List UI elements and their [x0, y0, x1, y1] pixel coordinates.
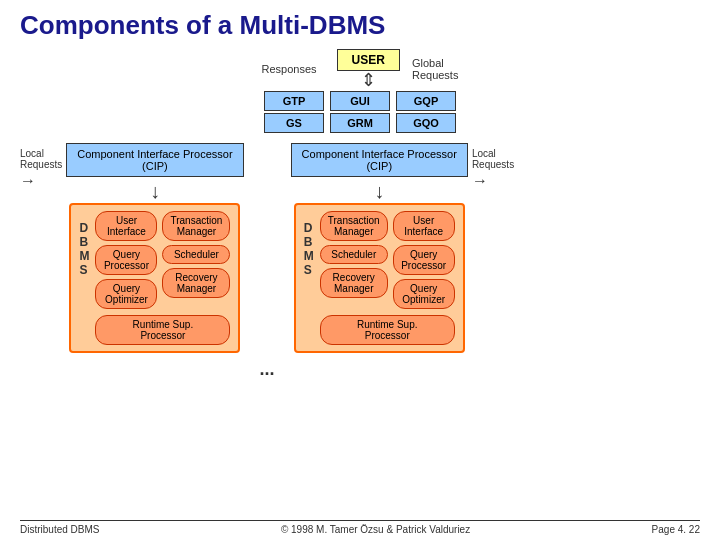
bottom-bar: Distributed DBMS © 1998 M. Tamer Özsu & … [20, 520, 700, 535]
left-dbms-block: DBMS UserInterface QueryProcessor QueryO… [69, 203, 240, 353]
page: Components of a Multi-DBMS Responses USE… [0, 0, 720, 540]
right-scheduler: Scheduler [320, 245, 388, 264]
user-box: USER [337, 49, 400, 71]
left-query-optimizer: QueryOptimizer [95, 279, 157, 309]
arrow-updown: ⇕ [361, 71, 376, 89]
left-runtime: Runtime Sup.Processor [95, 315, 230, 345]
right-dbms-label: DBMS [304, 221, 314, 277]
right-runtime: Runtime Sup.Processor [320, 315, 455, 345]
left-query-processor: QueryProcessor [95, 245, 157, 275]
global-requests-label: Global [412, 57, 444, 69]
right-cip-container: Component Interface Processor (CIP) ↓ DB… [291, 143, 468, 353]
left-transaction-manager: TransactionManager [162, 211, 230, 241]
right-col2: UserInterface QueryProcessor QueryOptimi… [393, 211, 455, 313]
left-scheduler: Scheduler [162, 245, 230, 264]
left-side: Local Requests → Component Interface Pro… [20, 143, 244, 353]
right-arrow: → [472, 172, 488, 190]
right-cip-box: Component Interface Processor (CIP) [291, 143, 468, 177]
left-col1: UserInterface QueryProcessor QueryOptimi… [95, 211, 157, 313]
left-dbms-label: DBMS [79, 221, 89, 277]
right-dbms-block: DBMS TransactionManager Scheduler Recove… [294, 203, 465, 353]
local-requests-left: Local [20, 148, 44, 159]
bottom-center: © 1998 M. Tamer Özsu & Patrick Valduriez [281, 524, 470, 535]
responses-row: Responses USER ⇕ Global Requests [20, 49, 700, 89]
right-side: Component Interface Processor (CIP) ↓ DB… [291, 143, 515, 353]
right-query-processor: QueryProcessor [393, 245, 455, 275]
grm-box: GRM [330, 113, 390, 133]
global-requests-label2: Requests [412, 69, 458, 81]
right-dbms-columns: TransactionManager Scheduler RecoveryMan… [320, 211, 455, 313]
left-arrow: → [20, 172, 36, 190]
right-user-interface: UserInterface [393, 211, 455, 241]
right-cip-arrow: ↓ [374, 181, 384, 201]
bottom-right: Page 4. 22 [652, 524, 700, 535]
ellipsis: ... [260, 359, 275, 380]
left-dbms-columns: UserInterface QueryProcessor QueryOptimi… [95, 211, 230, 313]
left-col2: TransactionManager Scheduler RecoveryMan… [162, 211, 230, 313]
gs-box: GS [264, 113, 324, 133]
left-user-interface: UserInterface [95, 211, 157, 241]
left-cip-container: Component Interface Processor (CIP) ↓ DB… [66, 143, 243, 353]
gqp-box: GQP [396, 91, 456, 111]
gtp-box: GTP [264, 91, 324, 111]
bottom-left: Distributed DBMS [20, 524, 99, 535]
top-section: Responses USER ⇕ Global Requests GTP GUI… [20, 49, 700, 135]
main-area: Local Requests → Component Interface Pro… [20, 143, 700, 516]
left-cip-arrow: ↓ [150, 181, 160, 201]
right-query-optimizer: QueryOptimizer [393, 279, 455, 309]
page-title: Components of a Multi-DBMS [20, 10, 700, 41]
gui-box: GUI [330, 91, 390, 111]
top-row1: GTP GUI GQP [264, 91, 456, 111]
left-cip-box: Component Interface Processor (CIP) [66, 143, 243, 177]
left-recovery-manager: RecoveryManager [162, 268, 230, 298]
responses-label: Responses [262, 63, 317, 75]
right-recovery-manager: RecoveryManager [320, 268, 388, 298]
right-transaction-manager: TransactionManager [320, 211, 388, 241]
top-row2: GS GRM GQO [264, 113, 456, 133]
right-col1: TransactionManager Scheduler RecoveryMan… [320, 211, 388, 313]
gqo-box: GQO [396, 113, 456, 133]
local-requests-right: Local [472, 148, 496, 159]
